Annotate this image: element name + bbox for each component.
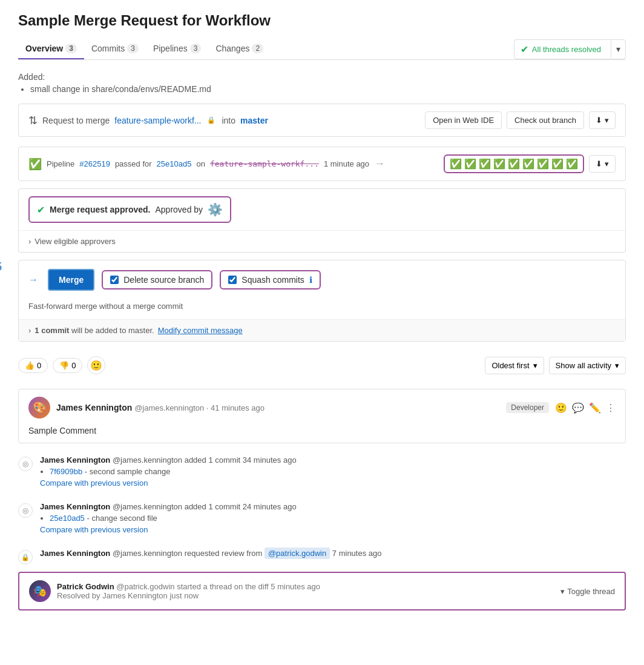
approved-box: ✔ Merge request approved. Approved by ⚙️: [28, 196, 231, 223]
merge-action-section: 5 → Merge Delete source branch Squash co…: [18, 260, 626, 342]
download-button[interactable]: ⬇ ▾: [589, 111, 616, 129]
delete-source-branch-box: Delete source branch: [102, 270, 212, 289]
lock-icon: 🔒: [18, 550, 33, 564]
page-title: Sample Merge Request for Workflow: [18, 12, 626, 29]
lock-icon: 🔒: [207, 116, 215, 124]
activity-item-0: ◎ James Kennington @james.kennington add…: [18, 448, 626, 495]
pipeline-checks: ✅ ✅ ✅ ✅ ✅ ✅ ✅ ✅ ✅: [444, 154, 584, 173]
activity-item-2: 🔒 James Kennington @james.kennington req…: [18, 541, 626, 572]
description-section: Added: small change in share/conda/envs/…: [18, 72, 626, 94]
squash-commits-box: Squash commits ℹ: [220, 270, 320, 289]
commit-info-row: › 1 commit will be added to master. Modi…: [19, 319, 625, 341]
delete-source-checkbox[interactable]: [110, 276, 119, 284]
thread-block: 🎭 Patrick Godwin @patrick.godwin started…: [18, 572, 626, 610]
approved-section: 3 ✔ Merge request approved. Approved by …: [18, 188, 626, 253]
threads-chevron-icon[interactable]: ▾: [611, 41, 625, 58]
toggle-thread-button[interactable]: ▾ Toggle thread: [560, 587, 615, 596]
arrow-icon: →: [28, 274, 38, 285]
chevron-right-icon: ›: [28, 237, 31, 246]
compare-link-1[interactable]: Compare with previous version: [40, 525, 626, 534]
chevron-down-icon: ▾: [560, 587, 565, 596]
arrow-icon: →: [374, 157, 385, 170]
activity-bar: 👍 0 👎 0 🙂 Oldest first ▾ Show all activi…: [18, 351, 626, 379]
info-icon: ℹ: [309, 275, 312, 285]
download-icon: ⬇: [596, 159, 602, 168]
approver-avatar-icon: ⚙️: [208, 202, 223, 217]
pipeline-section: 1 ✅ Pipeline #262519 passed for 25e10ad5…: [18, 147, 626, 181]
open-web-ide-button[interactable]: Open in Web IDE: [425, 111, 502, 129]
chevron-down-icon: ▾: [605, 159, 609, 168]
description-list: small change in share/conda/envs/README.…: [30, 84, 626, 94]
developer-badge: Developer: [506, 402, 549, 413]
add-emoji-button[interactable]: 🙂: [87, 356, 105, 374]
edit-comment-button[interactable]: ✏️: [589, 402, 601, 414]
source-branch-link[interactable]: feature-sample-workf...: [114, 116, 201, 125]
avatar: 🎨: [28, 397, 50, 419]
download-icon: ⬇: [596, 116, 602, 125]
comment-body: Sample Comment: [19, 426, 625, 443]
commit-hash-link-1[interactable]: 25e10ad5: [50, 514, 85, 523]
chevron-down-icon: ▾: [533, 361, 537, 370]
tab-changes[interactable]: Changes 2: [208, 39, 271, 59]
more-options-button[interactable]: ⋮: [606, 402, 616, 414]
merge-info-box: ⇅ Request to merge feature-sample-workf.…: [18, 104, 626, 137]
activity-item-1: ◎ James Kennington @james.kennington add…: [18, 495, 626, 541]
tabs-left: Overview 3 Commits 3 Pipelines 3 Changes…: [18, 39, 271, 59]
reactions: 👍 0 👎 0 🙂: [18, 356, 105, 374]
tabs-bar: Overview 3 Commits 3 Pipelines 3 Changes…: [18, 39, 626, 60]
merge-button[interactable]: Merge: [48, 269, 94, 291]
squash-commits-checkbox[interactable]: [228, 276, 237, 284]
tab-commits[interactable]: Commits 3: [84, 39, 146, 59]
emoji-icon: 🙂: [90, 360, 102, 371]
thumbs-up-button[interactable]: 👍 0: [18, 358, 48, 373]
thread-section: 2 🎭 Patrick Godwin @patrick.godwin start…: [18, 572, 626, 610]
commit-hash-link-0[interactable]: 7f6909bb: [50, 467, 82, 476]
chevron-down-icon: ▾: [605, 116, 609, 125]
commit-icon: ◎: [18, 457, 33, 471]
reviewer-link[interactable]: @patrick.godwin: [264, 548, 330, 559]
threads-resolved-button[interactable]: ✔ All threads resolved ▾: [514, 39, 626, 59]
pipeline-commit-link[interactable]: 25e10ad5: [157, 159, 192, 168]
thumbs-down-icon: 👎: [59, 361, 69, 370]
tab-pipelines[interactable]: Pipelines 3: [146, 39, 209, 59]
modify-commit-message-link[interactable]: Modify commit message: [158, 326, 243, 335]
pipeline-row: ✅ Pipeline #262519 passed for 25e10ad5 o…: [18, 147, 626, 181]
chevron-down-icon: ▾: [615, 361, 619, 370]
view-eligible-approvers-link[interactable]: › View eligible approvers: [19, 230, 625, 252]
pipeline-status-icon: ✅: [28, 157, 42, 171]
comment-block-0: 🎨 James Kennington @james.kennington · 4…: [18, 389, 626, 443]
comment-icon-button[interactable]: 💬: [572, 402, 584, 414]
tab-overview[interactable]: Overview 3: [18, 39, 84, 59]
merge-icon: ⇅: [28, 114, 38, 127]
approved-row: ✔ Merge request approved. Approved by ⚙️…: [18, 188, 626, 253]
patrick-avatar: 🎭: [29, 580, 51, 602]
show-all-activity-button[interactable]: Show all activity ▾: [549, 357, 626, 374]
pipeline-link[interactable]: #262519: [79, 159, 110, 168]
oldest-first-button[interactable]: Oldest first ▾: [485, 357, 544, 374]
thumbs-down-button[interactable]: 👎 0: [53, 358, 82, 373]
commit-icon: ◎: [18, 503, 33, 518]
merge-action-row: → Merge Delete source branch Squash comm…: [18, 260, 626, 342]
check-out-branch-button[interactable]: Check out branch: [507, 111, 584, 129]
thumbs-up-icon: 👍: [25, 361, 34, 370]
approved-icon: ✔: [37, 204, 45, 216]
check-circle-icon: ✔: [521, 44, 528, 55]
pipeline-download-button[interactable]: ⬇ ▾: [589, 155, 616, 173]
merge-note: Fast-forward merge without a merge commi…: [19, 302, 625, 319]
compare-link-0[interactable]: Compare with previous version: [40, 478, 626, 488]
description-item: small change in share/conda/envs/README.…: [30, 84, 626, 94]
annotation-5: 5: [0, 260, 2, 274]
activity-filters: Oldest first ▾ Show all activity ▾: [485, 357, 626, 374]
emoji-reaction-button[interactable]: 🙂: [555, 402, 567, 414]
